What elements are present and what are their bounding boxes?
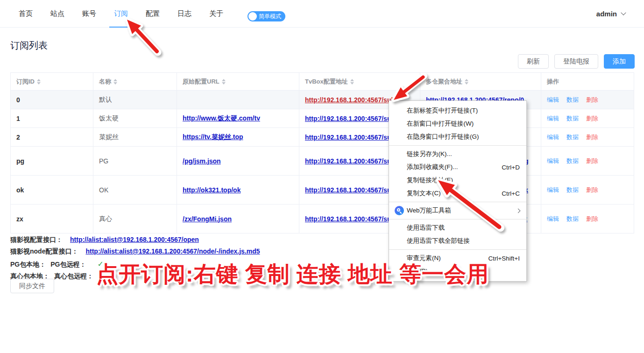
simple-mode-toggle[interactable]: 简单模式 <box>248 11 285 21</box>
source-link[interactable]: http://www.饭太硬.com/tv <box>183 114 260 122</box>
nav-item-sites[interactable]: 站点 <box>50 0 64 28</box>
header-source-url[interactable]: 原始配置URL <box>177 73 299 91</box>
table-row: ok OK http://ok321.top/ok http://192.168… <box>11 176 634 205</box>
catvod-config-line: 猫影视配置接口：http://alist:alist@192.168.1.200… <box>10 236 199 244</box>
page-title: 订阅列表 <box>10 39 48 52</box>
menu-separator <box>389 202 526 202</box>
delete-link[interactable]: 删除 <box>586 215 598 222</box>
sort-icon <box>465 79 468 85</box>
nav-item-about[interactable]: 关于 <box>209 0 223 28</box>
sort-icon <box>350 79 354 85</box>
source-link[interactable]: /zx/FongMi.json <box>183 215 232 223</box>
catvod-config-link[interactable]: http://alist:alist@192.168.1.200:4567/op… <box>70 236 199 243</box>
data-link[interactable]: 数据 <box>566 157 579 164</box>
header-sub-id[interactable]: 订阅ID <box>11 73 93 91</box>
edit-link[interactable]: 编辑 <box>547 134 559 141</box>
refresh-button[interactable]: 刷新 <box>518 54 549 69</box>
nav-item-logs[interactable]: 日志 <box>177 0 191 28</box>
menu-separator <box>389 249 526 250</box>
delete-link[interactable]: 删除 <box>586 134 598 141</box>
data-link[interactable]: 数据 <box>566 115 579 122</box>
delete-link[interactable]: 删除 <box>586 115 598 122</box>
edit-link[interactable]: 编辑 <box>547 186 559 193</box>
table-row: 2 菜妮丝 https://tv.菜妮丝.top http://192.168.… <box>11 128 634 147</box>
submenu-chevron-icon <box>516 208 521 213</box>
header-tvbox-url[interactable]: TvBox配置地址 <box>299 73 420 91</box>
toggle-knob-icon <box>248 12 257 21</box>
menu-item-open-new-tab[interactable]: 在新标签页中打开链接(T) <box>389 104 526 117</box>
edit-link[interactable]: 编辑 <box>547 215 559 222</box>
menu-item-open-new-window[interactable]: 在新窗口中打开链接(W) <box>389 117 526 130</box>
menu-item-save-link-as[interactable]: 链接另存为(K)... <box>389 148 526 161</box>
user-menu[interactable]: admin <box>596 0 625 28</box>
edit-link[interactable]: 编辑 <box>547 115 559 122</box>
table-header-row: 订阅ID 名称 原始配置URL TvBox配置地址 多仓聚合地址 操作 <box>11 73 634 91</box>
tvbox-link[interactable]: http://192.168.1.200:4567/sub/1 <box>305 115 401 122</box>
table-row: zx 真心 /zx/FongMi.json http://192.168.1.2… <box>11 205 634 233</box>
header-name[interactable]: 名称 <box>93 73 177 91</box>
toolbar: 刷新 登陆电报 添加 <box>518 54 635 69</box>
sort-icon <box>113 79 117 85</box>
source-link[interactable]: /pg/jsm.json <box>183 157 221 165</box>
add-button[interactable]: 添加 <box>604 54 635 69</box>
sync-files-button[interactable]: 同步文件 <box>10 279 54 293</box>
tvbox-link[interactable]: http://192.168.1.200:4567/sub/0 <box>305 96 401 104</box>
sort-icon <box>37 79 41 85</box>
edit-link[interactable]: 编辑 <box>547 96 559 103</box>
toggle-label: 简单模式 <box>259 13 281 21</box>
telegram-login-button[interactable]: 登陆电报 <box>554 54 598 69</box>
catvod-node-config-line: 猫影视node配置接口：http://alist:alist@192.168.1… <box>10 247 260 256</box>
table-row: pg PG /pg/jsm.json http://192.168.1.200:… <box>11 147 634 176</box>
delete-link[interactable]: 删除 <box>586 96 598 103</box>
catvod-node-config-link[interactable]: http://alist:alist@192.168.1.200:4567/no… <box>85 247 260 255</box>
menu-item-add-bookmark[interactable]: 添加到收藏夹(F)...Ctrl+D <box>389 161 526 174</box>
nav-item-home[interactable]: 首页 <box>19 0 33 28</box>
user-name: admin <box>596 10 617 18</box>
data-link[interactable]: 数据 <box>566 186 579 193</box>
menu-item-copy-text[interactable]: 复制文本(C)Ctrl+C <box>389 187 526 200</box>
pg-package-line: PG包本地：PG包远程：✓ <box>10 260 104 269</box>
data-link[interactable]: 数据 <box>566 215 579 222</box>
delete-link[interactable]: 删除 <box>586 157 598 164</box>
source-link[interactable]: http://ok321.top/ok <box>183 186 241 194</box>
tvbox-link[interactable]: http://192.168.1.200:4567/sub/2 <box>305 134 401 141</box>
menu-item-thunder-download-all[interactable]: 使用迅雷下载全部链接 <box>389 234 526 247</box>
menu-item-copy-link-address[interactable]: 复制链接地址(E) <box>389 174 526 187</box>
menu-item-thunder-download[interactable]: 使用迅雷下载 <box>389 221 526 234</box>
annotation-big-text: 点开订阅:右键 复制 连接 地址 等一会用 <box>96 260 489 289</box>
sort-icon <box>222 79 226 85</box>
menu-item-web-toolbox[interactable]: Web万能工具箱 <box>389 204 526 217</box>
source-link[interactable]: https://tv.菜妮丝.top <box>183 133 243 141</box>
header-actions: 操作 <box>541 73 634 91</box>
chevron-down-icon <box>621 10 626 15</box>
web-toolbox-icon <box>395 206 404 215</box>
top-navbar: 首页 站点 账号 订阅 配置 日志 关于 简单模式 admin <box>0 0 644 28</box>
nav-item-accounts[interactable]: 账号 <box>82 0 96 28</box>
edit-link[interactable]: 编辑 <box>547 157 559 164</box>
context-menu: 在新标签页中打开链接(T) 在新窗口中打开链接(W) 在隐身窗口中打开链接(G)… <box>389 100 527 282</box>
menu-item-open-incognito[interactable]: 在隐身窗口中打开链接(G) <box>389 130 526 143</box>
subscription-table: 订阅ID 名称 原始配置URL TvBox配置地址 多仓聚合地址 操作 0 默认… <box>10 72 634 233</box>
table-row: 0 默认 http://192.168.1.200:4567/sub/0 htt… <box>11 91 634 109</box>
menu-separator <box>389 219 526 219</box>
data-link[interactable]: 数据 <box>566 134 579 141</box>
menu-separator <box>389 145 526 146</box>
data-link[interactable]: 数据 <box>566 96 579 103</box>
delete-link[interactable]: 删除 <box>586 186 598 193</box>
nav-item-config[interactable]: 配置 <box>146 0 160 28</box>
table-row: 1 饭太硬 http://www.饭太硬.com/tv http://192.1… <box>11 109 634 128</box>
header-repo-url[interactable]: 多仓聚合地址 <box>420 73 541 91</box>
app-window: 首页 站点 账号 订阅 配置 日志 关于 简单模式 admin 订阅列表 刷新 … <box>0 0 644 353</box>
nav-item-subscriptions[interactable]: 订阅 <box>114 0 128 28</box>
